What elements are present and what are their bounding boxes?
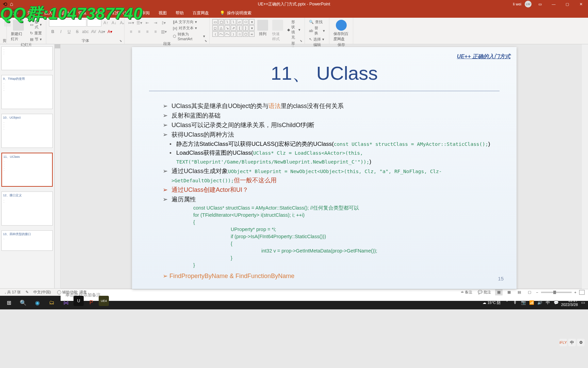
tray-camera-icon[interactable]: 📷 (520, 300, 526, 306)
select-button[interactable]: ↖选择▾ (308, 36, 326, 42)
font-family-select[interactable] (49, 19, 86, 27)
slide-panel[interactable]: ......... 9、TMap的使用............ 10、UObje… (0, 44, 54, 288)
menu-help[interactable]: 帮助 (172, 9, 188, 17)
thumb-9[interactable]: 9、TMap的使用............ (1, 75, 53, 109)
zoom-in-icon[interactable]: + (574, 290, 576, 294)
weather-widget[interactable]: ☁15°C 阴 (481, 300, 502, 305)
line-spacing-icon[interactable]: ‡▾ (160, 19, 167, 27)
zoom-slider[interactable] (541, 292, 572, 293)
start-button[interactable]: ⊞ (2, 296, 16, 309)
font-color-icon[interactable]: A▾ (106, 28, 114, 35)
decrease-indent-icon[interactable]: ⇤ (144, 19, 151, 27)
fit-window-icon[interactable] (579, 290, 585, 295)
menu-slideshow[interactable]: 幻灯片放映 (108, 9, 137, 17)
thumb-12[interactable]: 12、接口定义...... (1, 191, 53, 226)
autosave-icon[interactable]: ⟲ (3, 1, 7, 7)
find-button[interactable]: 🔍查找 (308, 19, 326, 25)
save-baidu-button[interactable]: 保存到百度网盘 (332, 19, 350, 42)
shapes-gallery[interactable]: ▭▢\\▱⬭▾ ◻△↘⇗{}▾ ⟮へへ⟯☆⬠≂ (212, 19, 255, 37)
tray-ime-icon[interactable]: 中 (545, 300, 551, 306)
accessibility-button[interactable]: 辅助功能: 调查 (56, 290, 88, 295)
tray-network-icon[interactable]: 📶 (528, 300, 535, 306)
strike-button[interactable]: S (74, 28, 81, 35)
zoom-out-icon[interactable]: − (536, 290, 538, 294)
menu-transition[interactable]: 切换 (74, 9, 91, 17)
change-case-icon[interactable]: Aa▾ (98, 28, 105, 35)
align-center-icon[interactable]: ≡ (135, 28, 143, 35)
menu-design[interactable]: 设计 (57, 9, 74, 17)
replace-button[interactable]: ab替换▾ (308, 25, 326, 36)
thumb-10[interactable]: 10、UObject............ (1, 114, 53, 148)
menu-review[interactable]: 审阅 (137, 9, 154, 17)
numbering-icon[interactable]: ☰▾ (135, 19, 143, 27)
ue4-icon[interactable]: UE4 (99, 296, 109, 306)
arrange-button[interactable]: 排列 (256, 19, 270, 37)
ime-float[interactable]: iFLY 中 ⚙ (559, 339, 585, 346)
comments-button[interactable]: 💬批注 (476, 290, 492, 295)
edge-icon[interactable]: ◉ (31, 296, 44, 309)
italic-button[interactable]: I (57, 28, 65, 35)
vs-icon[interactable]: ⋈ (59, 296, 73, 309)
reading-view-icon[interactable]: ▤ (516, 289, 523, 295)
char-spacing-icon[interactable]: AV (90, 28, 97, 35)
section-button[interactable]: ▤节▾ (29, 36, 43, 42)
tray-comment-icon[interactable]: 💬 (553, 300, 559, 306)
increase-indent-icon[interactable]: ⇥ (152, 19, 159, 27)
columns-icon[interactable]: ▥▾ (160, 28, 167, 35)
paragraph-dialog-launcher[interactable]: ⬊ (205, 39, 209, 43)
close-icon[interactable]: ✕ (576, 0, 586, 8)
menu-animation[interactable]: 动画 (91, 9, 108, 17)
slide-canvas[interactable]: UE++ 正确的入门方式 11、 UClass UClass其实是继承自UObj… (132, 47, 517, 289)
tell-me-search[interactable]: 💡 操作说明搜索 (217, 9, 254, 17)
align-left-icon[interactable]: ≡ (127, 28, 135, 35)
font-dialog-launcher[interactable]: ⬊ (119, 39, 124, 43)
sorter-view-icon[interactable]: ▦ (505, 289, 513, 295)
underline-button[interactable]: U (65, 28, 73, 35)
shadow-button[interactable]: abc (82, 28, 89, 35)
explorer-icon[interactable]: 🗂 (45, 296, 59, 309)
align-right-icon[interactable]: ≡ (144, 28, 151, 35)
thumb-11[interactable]: 11、UClass............... (1, 153, 53, 187)
maximize-icon[interactable]: ▢ (562, 0, 572, 8)
tray-volume-icon[interactable]: 🔊 (537, 300, 543, 306)
panel-scrollbar[interactable] (54, 44, 61, 288)
normal-view-icon[interactable]: ▦ (495, 289, 503, 295)
bullets-icon[interactable]: ≔▾ (127, 19, 135, 27)
menu-file[interactable]: 文件 (6, 9, 22, 17)
minimize-icon[interactable]: — (549, 0, 559, 8)
menu-insert[interactable]: 插入 (40, 9, 56, 17)
menu-home[interactable]: 开始 (23, 9, 39, 17)
new-slide-button[interactable]: 新建幻灯片 (10, 19, 27, 42)
font-size-select[interactable] (87, 19, 101, 27)
bullet-2: 反射和蓝图的基础 (163, 111, 500, 121)
spellcheck-icon[interactable]: ✎ (26, 290, 29, 294)
menu-view[interactable]: 视图 (154, 9, 171, 17)
user-avatar[interactable]: LW (525, 1, 532, 7)
language-label[interactable]: 中文(中国) (33, 290, 51, 295)
search-icon[interactable]: 🔍 (16, 296, 30, 309)
ue-icon[interactable]: U (74, 296, 84, 306)
tray-expand-icon[interactable]: ˄ (504, 300, 510, 306)
slides-label: 幻灯片 (10, 42, 43, 48)
user-name[interactable]: li wei (513, 2, 521, 6)
quick-access-icon[interactable]: ⌂ (10, 1, 13, 7)
decrease-font-icon[interactable]: A↓ (110, 19, 118, 27)
thumb-8[interactable]: ......... (1, 46, 53, 70)
thumb-13[interactable]: 13、四种类型的接口... (1, 230, 53, 251)
slideshow-view-icon[interactable]: ▢ (526, 289, 533, 295)
editor-scrollbar[interactable] (582, 44, 588, 289)
reset-button[interactable]: ↻重置 (29, 30, 43, 36)
menu-baidu[interactable]: 百度网盘 (189, 9, 213, 17)
clock[interactable]: 22:27 2022/3/28 (561, 298, 578, 307)
slide-area[interactable]: UE++ 正确的入门方式 11、 UClass UClass其实是继承自UObj… (61, 44, 588, 289)
bold-button[interactable]: B (49, 28, 56, 35)
notes-button[interactable]: ≐备注 (459, 290, 474, 295)
powerpoint-icon[interactable]: P (84, 296, 98, 309)
tray-mic-icon[interactable]: 🎙 (512, 300, 518, 306)
drawing-dialog-launcher[interactable]: ⬊ (300, 39, 304, 43)
justify-icon[interactable]: ≡ (152, 28, 159, 35)
ribbon-display-icon[interactable]: ▭ (535, 0, 545, 8)
notification-icon[interactable]: ▭ (580, 300, 586, 306)
increase-font-icon[interactable]: A↑ (102, 19, 110, 27)
layout-button[interactable]: ▭版式▾ (29, 19, 43, 30)
